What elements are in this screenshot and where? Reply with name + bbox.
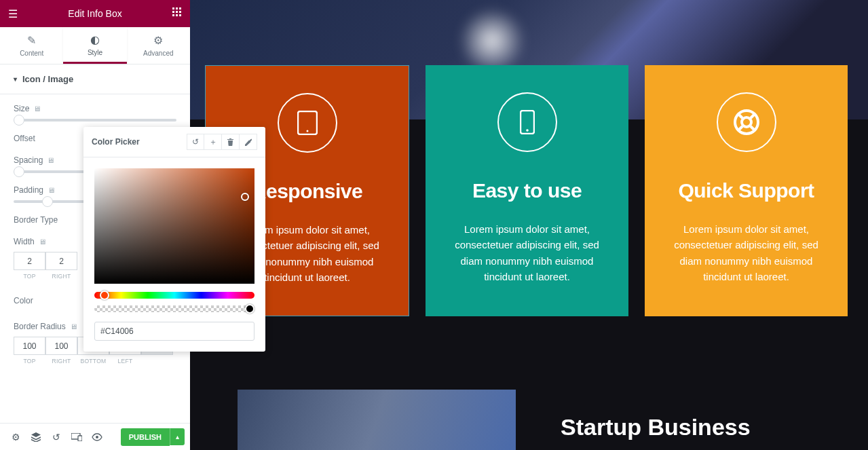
card-desc: Lorem ipsum dolor sit amet, consectetuer… — [665, 221, 827, 284]
color-picker-popover: Color Picker ↺ ＋ — [83, 127, 265, 352]
tab-style[interactable]: ◐ Style — [63, 27, 126, 64]
svg-rect-8 — [179, 14, 181, 16]
responsive-icon[interactable]: 🖥 — [47, 156, 54, 164]
svg-point-15 — [526, 129, 529, 132]
section-icon-image[interactable]: ▾ Icon / Image — [0, 64, 190, 94]
responsive-icon[interactable]: 🖥 — [33, 105, 41, 113]
svg-rect-1 — [176, 7, 178, 10]
svg-rect-10 — [78, 436, 82, 441]
hamburger-icon[interactable]: ☰ — [8, 7, 18, 20]
publish-button[interactable]: PUBLISH — [121, 428, 170, 446]
preview-icon[interactable] — [87, 427, 107, 447]
history-icon[interactable]: ↺ — [46, 427, 67, 447]
svg-rect-0 — [172, 7, 174, 10]
width-top-input[interactable] — [14, 252, 45, 270]
tablet-icon — [278, 93, 337, 153]
svg-line-19 — [751, 114, 755, 118]
lifebuoy-icon — [717, 92, 776, 152]
size-label: Size 🖥 — [14, 104, 176, 113]
settings-icon[interactable]: ⚙ — [5, 427, 26, 447]
page-preview: Responsive Lorem ipsum dolor sit amet, c… — [190, 0, 868, 450]
info-card-support[interactable]: Quick Support Lorem ipsum dolor sit amet… — [645, 65, 848, 316]
svg-line-21 — [751, 126, 755, 130]
cp-eyedropper-icon[interactable] — [240, 134, 257, 150]
saturation-value-area[interactable] — [94, 168, 254, 284]
svg-rect-3 — [172, 11, 174, 13]
radius-top-input[interactable] — [14, 337, 45, 355]
alpha-slider[interactable] — [94, 305, 254, 312]
cp-reset-icon[interactable]: ↺ — [187, 134, 204, 150]
publish-options-button[interactable]: ▴ — [170, 428, 185, 445]
startup-section: Startup Business — [238, 390, 848, 450]
width-right-input[interactable] — [45, 252, 77, 270]
card-title: Easy to use — [472, 179, 582, 202]
apps-grid-icon[interactable] — [172, 7, 182, 20]
responsive-icon[interactable]: 🖥 — [70, 322, 77, 331]
card-desc: Lorem ipsum dolor sit amet, consectetuer… — [446, 221, 608, 284]
cp-trash-icon[interactable] — [222, 134, 240, 150]
size-slider[interactable] — [14, 119, 176, 121]
svg-point-11 — [96, 436, 98, 438]
card-title: Quick Support — [678, 179, 814, 202]
hue-slider[interactable] — [94, 292, 254, 299]
phone-icon — [497, 92, 557, 152]
tab-advanced[interactable]: ⚙ Advanced — [127, 27, 190, 64]
svg-line-18 — [738, 114, 742, 118]
panel-title: Edit Info Box — [68, 8, 121, 19]
info-card-easy[interactable]: Easy to use Lorem ipsum dolor sit amet, … — [426, 65, 628, 316]
cp-add-icon[interactable]: ＋ — [204, 134, 222, 150]
info-cards-row: Responsive Lorem ipsum dolor sit amet, c… — [205, 65, 848, 316]
startup-title: Startup Business — [516, 390, 848, 450]
hex-input[interactable] — [94, 322, 254, 341]
sidebar-header: ☰ Edit Info Box — [0, 0, 190, 27]
svg-point-17 — [742, 117, 751, 127]
tabs: ✎ Content ◐ Style ⚙ Advanced — [0, 27, 190, 64]
svg-rect-2 — [179, 7, 181, 10]
card-title: Responsive — [252, 180, 362, 203]
svg-rect-4 — [176, 11, 178, 13]
gear-icon: ⚙ — [153, 34, 163, 47]
color-label: Color — [14, 296, 33, 305]
tab-content[interactable]: ✎ Content — [0, 27, 63, 64]
responsive-icon[interactable]: 🖥 — [48, 186, 55, 194]
pencil-icon: ✎ — [27, 34, 36, 47]
color-picker-title: Color Picker — [92, 137, 187, 147]
navigator-icon[interactable] — [26, 427, 46, 447]
responsive-icon[interactable]: 🖥 — [39, 238, 46, 246]
style-icon: ◐ — [90, 33, 100, 46]
svg-point-13 — [306, 130, 308, 132]
svg-rect-5 — [179, 11, 181, 13]
radius-right-input[interactable] — [45, 337, 77, 355]
svg-rect-7 — [176, 14, 178, 16]
responsive-mode-icon[interactable] — [67, 427, 87, 447]
startup-image — [238, 390, 516, 450]
svg-line-20 — [738, 126, 742, 130]
caret-down-icon: ▾ — [14, 75, 17, 83]
svg-rect-6 — [172, 14, 174, 16]
sidebar-footer: ⚙ ↺ PUBLISH ▴ — [0, 423, 190, 450]
